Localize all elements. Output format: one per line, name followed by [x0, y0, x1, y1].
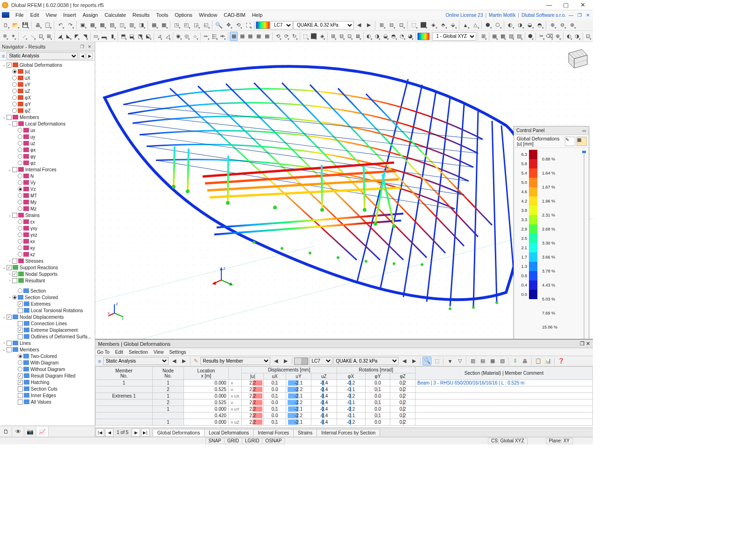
results-tab-global-deformations[interactable]: Global Deformations — [153, 429, 204, 436]
table-row[interactable]: Extremes 110.000≡ uX2.20.1-2.1-0.4-0.20.… — [96, 393, 593, 399]
results-next2-button[interactable]: ▶ — [281, 357, 290, 365]
table-row[interactable]: 10.000≡ uZ2.20.1-2.1-0.4-0.20.00.2 — [96, 419, 593, 426]
tree-outlines[interactable]: Outlines of Deformed Surfa... — [0, 333, 95, 340]
edit-tool-icon[interactable]: ⬛ — [310, 32, 318, 41]
tree-two-colored[interactable]: Two-Colored — [0, 353, 95, 359]
results-filter2-button[interactable]: ▽ — [455, 357, 464, 365]
results-tab-internal-forces[interactable]: Internal Forces — [253, 429, 294, 436]
nav-display-button[interactable]: 👁 — [12, 427, 24, 436]
iso-button[interactable]: ◳ — [172, 21, 181, 30]
tool-icon[interactable]: ⊗ — [567, 21, 577, 30]
table-row[interactable]: 0.4202.20.0-2.2-0.4-0.10.10.2 — [96, 413, 593, 419]
page-last-button[interactable]: ▶| — [141, 428, 149, 437]
misc-tool-icon[interactable]: ▩ — [499, 32, 507, 41]
edit-tool-icon[interactable]: ◐ — [365, 32, 373, 41]
results-print-button[interactable]: 🖶 — [521, 357, 529, 365]
view3-button[interactable]: ▩ — [98, 21, 107, 30]
draw-tool-icon[interactable]: ⟋ — [20, 32, 28, 41]
navigator-tree[interactable]: ⌄✓Global Deformations|u|uXuYuZφXφYφZ⌄Mem… — [0, 61, 95, 426]
results-lc-code-select[interactable]: LC7 — [309, 357, 332, 365]
tree-local-torsion[interactable]: Local Torsional Rotations — [0, 307, 95, 314]
minimize-button[interactable]: — — [541, 0, 557, 10]
legend-options-button[interactable]: ▦ — [577, 137, 587, 146]
draw-tool-icon[interactable]: ○ — [191, 32, 199, 41]
tool-icon[interactable]: ◒ — [525, 21, 535, 30]
draw-tool-icon[interactable]: ⬰ — [202, 32, 210, 41]
analysis-mode-select[interactable]: Static Analysis — [7, 52, 78, 60]
model-viewport[interactable]: Z Z Y X Control Panel ▭ Global Deformati… — [95, 42, 593, 339]
view-cube[interactable] — [563, 45, 589, 71]
undo-button[interactable]: ↶ — [56, 21, 65, 30]
tool-icon[interactable]: ⊖ — [557, 21, 567, 30]
tree-gd-|u|[interactable]: |u| — [0, 68, 95, 75]
tree-members[interactable]: ⌄Members — [0, 114, 95, 120]
results-help-button[interactable]: ❓ — [557, 357, 565, 365]
results-find-button[interactable]: 🔍 — [423, 357, 431, 365]
calc-button[interactable]: ▦ — [149, 21, 159, 30]
tree-inner-edges[interactable]: Inner Edges — [0, 392, 95, 399]
results-by-select[interactable]: Results by Member — [200, 357, 270, 365]
misc-tool-icon[interactable]: ▨ — [515, 32, 523, 41]
doc-minimize-button[interactable]: — — [568, 12, 574, 18]
view1-button[interactable]: ▣ — [78, 21, 87, 30]
results-prev3-button[interactable]: ◀ — [400, 357, 409, 365]
results-menu-edit[interactable]: Edit — [115, 350, 123, 355]
draw-tool-icon[interactable]: ⊿ — [155, 32, 163, 41]
status-lgrid[interactable]: LGRID — [242, 438, 263, 444]
edit-tool-icon[interactable]: ⟳ — [282, 32, 290, 41]
tree-gd-φY[interactable]: φY — [0, 101, 95, 107]
results-next3-button[interactable]: ▶ — [409, 357, 418, 365]
legend-edit-button[interactable]: ✎ — [565, 137, 575, 146]
print-button[interactable]: 🖶 — [33, 21, 42, 30]
rendermode0-button[interactable]: ▦ — [230, 32, 238, 41]
results-select-button[interactable]: ⬚ — [432, 357, 441, 365]
view4-button[interactable]: ▧ — [107, 21, 117, 30]
draw-tool-icon[interactable]: ◤ — [73, 32, 81, 41]
edit-tool-icon[interactable]: ⟲ — [274, 32, 282, 41]
draw-tool-icon[interactable]: ⬒ — [120, 32, 127, 41]
tree-nodal-disp[interactable]: ⌄✓Nodal Displacements — [0, 314, 95, 320]
misc-tool-icon[interactable]: ⊡ — [584, 32, 592, 41]
edit-tool-icon[interactable]: ⊠ — [354, 32, 362, 41]
tree-local-def[interactable]: ⌄Local Deformations — [0, 120, 95, 127]
tree-result-filled[interactable]: ✓Result Diagram Filled — [0, 372, 95, 379]
tree-conn-lines[interactable]: Connection Lines — [0, 320, 95, 327]
edit-tool-icon[interactable]: ◕ — [407, 32, 415, 41]
tree-section[interactable]: Section — [0, 287, 95, 294]
misc-tool-icon[interactable]: ⊕ — [554, 32, 562, 41]
user-label[interactable]: Martin Motlík — [489, 13, 515, 18]
draw-tool-icon[interactable]: ⊞ — [45, 32, 53, 41]
menu-insert[interactable]: Insert — [60, 11, 79, 19]
results-menu-settings[interactable]: Settings — [169, 350, 186, 355]
graph-button[interactable]: ▩ — [159, 21, 169, 30]
panel-undock-icon[interactable]: ❐ — [79, 43, 85, 50]
cs-select[interactable]: 1 - Global XYZ — [432, 32, 476, 41]
draw-tool-icon[interactable]: ◣ — [64, 32, 72, 41]
draw-tool-icon[interactable]: ✴ — [9, 32, 17, 41]
misc-tool-icon[interactable]: ⬢ — [527, 32, 535, 41]
tree-gd-uX[interactable]: uX — [0, 75, 95, 81]
legend-slider[interactable] — [582, 150, 586, 339]
tree-local-φz[interactable]: φz — [0, 160, 95, 166]
menu-view[interactable]: View — [42, 11, 60, 19]
tree-hatching[interactable]: ✓Hatching — [0, 379, 95, 385]
pan-button[interactable]: ✥ — [224, 21, 233, 30]
tree-if-MT[interactable]: MT — [0, 192, 95, 199]
tree-gd-uZ[interactable]: uZ — [0, 88, 95, 94]
draw-tool-icon[interactable]: ⬱ — [211, 32, 218, 41]
new-button[interactable]: 🗋 — [1, 21, 10, 30]
draw-tool-icon[interactable]: ◎ — [183, 32, 191, 41]
draw-tool-icon[interactable]: ⬕ — [144, 32, 152, 41]
tree-stresses[interactable]: ›Stresses — [0, 258, 95, 264]
misc-tool-icon[interactable]: ◑ — [573, 32, 581, 41]
tool-icon[interactable]: △ — [471, 21, 480, 30]
misc-tool-icon[interactable]: ▧ — [507, 32, 515, 41]
tree-gd-uY[interactable]: uY — [0, 81, 95, 88]
rendermode4-button[interactable]: ▦ — [263, 32, 271, 41]
tree-with-diagram[interactable]: With Diagram — [0, 359, 95, 366]
tree-gd-φX[interactable]: φX — [0, 94, 95, 101]
results-copy-button[interactable]: 📋 — [534, 357, 543, 365]
draw-tool-icon[interactable]: ✲ — [1, 32, 9, 41]
tree-strain-γxz[interactable]: γxz — [0, 231, 95, 238]
results-chart-button[interactable]: 📊 — [543, 357, 552, 365]
